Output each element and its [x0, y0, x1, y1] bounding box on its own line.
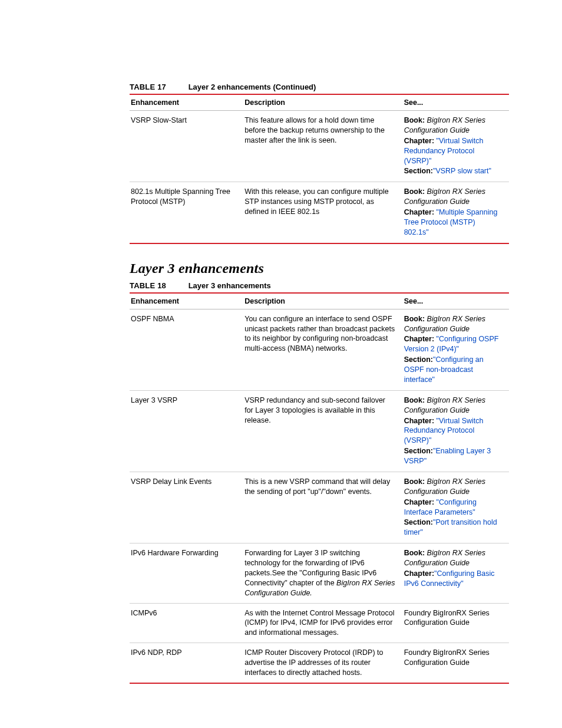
- see-cell: Book: BigIron RX Series Configuration Gu…: [403, 111, 509, 182]
- see-cell: Book: BigIron RX Series Configuration Gu…: [403, 543, 509, 603]
- see-cell: Foundry BigIronRX Series Configuration G…: [403, 603, 509, 643]
- table17-label: TABLE 17: [130, 83, 166, 91]
- enhancement-cell: Layer 3 VSRP: [130, 390, 243, 472]
- description-cell: As with the Internet Control Message Pro…: [243, 603, 402, 643]
- enhancement-cell: OSPF NBMA: [130, 309, 243, 390]
- table17-h3: See...: [403, 94, 509, 111]
- table17-h1: Enhancement: [130, 94, 243, 111]
- chapter-label: Chapter:: [404, 335, 434, 343]
- enhancement-cell: IPv6 Hardware Forwarding: [130, 543, 243, 603]
- table18-h2: Description: [243, 293, 402, 309]
- table-row: VSRP Delay Link Events This is a new VSR…: [130, 472, 509, 543]
- see-cell: Foundry BigIronRX Series Configuration G…: [403, 643, 509, 683]
- description-cell: This is a new VSRP command that will del…: [243, 472, 402, 543]
- table-row: 802.1s Multiple Spanning Tree Protocol (…: [130, 182, 509, 243]
- table-row: ICMPv6 As with the Internet Control Mess…: [130, 603, 509, 643]
- section-heading-layer3: Layer 3 enhancements: [130, 261, 509, 276]
- description-cell: VSRP redundancy and sub-second failover …: [243, 390, 402, 472]
- table17-caption: TABLE 17 Layer 2 enhancements (Continued…: [130, 83, 509, 91]
- book-label: Book:: [404, 315, 425, 323]
- enhancement-cell: VSRP Slow-Start: [130, 111, 243, 182]
- table-row: OSPF NBMA You can configure an interface…: [130, 309, 509, 390]
- chapter-label: Chapter:: [404, 137, 434, 145]
- description-cell: Forwarding for Layer 3 IP switching tech…: [243, 543, 402, 603]
- section-label: Section:: [404, 355, 433, 364]
- chapter-label: Chapter:: [404, 208, 434, 216]
- section-label: Section:: [404, 447, 433, 455]
- enhancement-cell: ICMPv6: [130, 603, 243, 643]
- table18-h1: Enhancement: [130, 293, 243, 309]
- table-row: IPv6 NDP, RDP ICMP Router Discovery Prot…: [130, 643, 509, 683]
- book-label: Book:: [404, 116, 425, 124]
- description-cell: This feature allows for a hold down time…: [243, 111, 402, 182]
- enhancement-cell: IPv6 NDP, RDP: [130, 643, 243, 683]
- chapter-label: Chapter:: [404, 498, 434, 506]
- description-cell: You can configure an interface to send O…: [243, 309, 402, 390]
- see-cell: Book: BigIron RX Series Configuration Gu…: [403, 309, 509, 390]
- table17-title: Layer 2 enhancements (Continued): [189, 83, 316, 91]
- book-label: Book:: [404, 396, 425, 404]
- section-link[interactable]: "VSRP slow start": [433, 167, 491, 175]
- table18-h3: See...: [403, 293, 509, 309]
- see-cell: Book: BigIron RX Series Configuration Gu…: [403, 182, 509, 243]
- section-label: Section:: [404, 518, 433, 526]
- see-cell: Book: BigIron RX Series Configuration Gu…: [403, 390, 509, 472]
- chapter-label: Chapter:: [404, 569, 434, 578]
- see-cell: Book: BigIron RX Series Configuration Gu…: [403, 472, 509, 543]
- description-cell: ICMP Router Discovery Protocol (IRDP) to…: [243, 643, 402, 683]
- table-row: VSRP Slow-Start This feature allows for …: [130, 111, 509, 182]
- section-label: Section:: [404, 167, 433, 175]
- table18: Enhancement Description See... OSPF NBMA…: [130, 292, 509, 684]
- book-label: Book:: [404, 477, 425, 486]
- description-cell: With this release, you can configure mul…: [243, 182, 402, 243]
- table17-h2: Description: [243, 94, 402, 111]
- table-row: IPv6 Hardware Forwarding Forwarding for …: [130, 543, 509, 603]
- table17: Enhancement Description See... VSRP Slow…: [130, 94, 509, 244]
- chapter-label: Chapter:: [404, 417, 434, 425]
- enhancement-cell: 802.1s Multiple Spanning Tree Protocol (…: [130, 182, 243, 243]
- table18-label: TABLE 18: [130, 281, 166, 290]
- table18-title: Layer 3 enhancements: [189, 281, 271, 290]
- book-label: Book:: [404, 187, 425, 196]
- enhancement-cell: VSRP Delay Link Events: [130, 472, 243, 543]
- table18-caption: TABLE 18 Layer 3 enhancements: [130, 281, 509, 290]
- book-label: Book:: [404, 549, 425, 557]
- table-row: Layer 3 VSRP VSRP redundancy and sub-sec…: [130, 390, 509, 472]
